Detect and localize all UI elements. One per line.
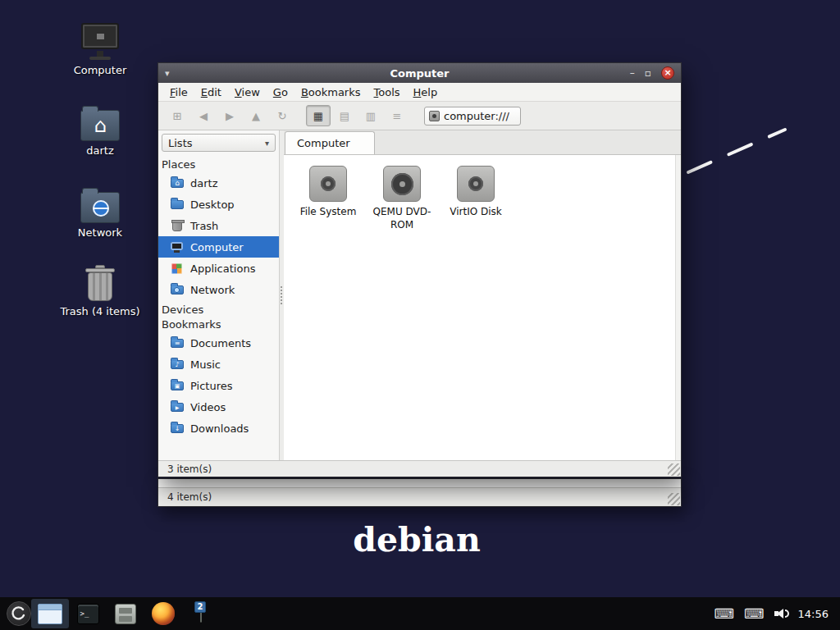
background-window-statusbar: 4 item(s) (158, 487, 681, 506)
folder-view: Computer File System QEMU DVD-ROM VirtIO… (284, 130, 681, 460)
sidebar-item-label: Trash (190, 220, 218, 232)
menu-file[interactable]: File (163, 84, 194, 100)
clock[interactable]: 14:56 (798, 608, 829, 620)
titlebar[interactable]: ▾ Computer – ▫ × (158, 63, 681, 83)
desktop-folder-icon (171, 198, 184, 211)
side-pane: Lists ▾ Places dartz Desktop Trash (158, 130, 280, 460)
path-text: computer:/// (444, 110, 509, 122)
sidebar-item-desktop[interactable]: Desktop (158, 194, 279, 215)
toolbar: ⊞ ◀ ▶ ▲ ↻ ▦ ▤ ▥ ≡ computer:/// (158, 102, 681, 130)
taskbar-firefox-launcher[interactable] (144, 599, 182, 628)
resize-grip[interactable] (668, 493, 680, 505)
debian-logo: debian (0, 520, 833, 559)
forward-icon[interactable]: ▶ (217, 105, 242, 126)
item-count: 3 item(s) (167, 463, 212, 475)
window-menu-icon[interactable]: ▾ (165, 68, 170, 79)
sidebar-item-dartz[interactable]: dartz (158, 172, 279, 194)
tab-computer[interactable]: Computer (285, 131, 375, 154)
menu-help[interactable]: Help (407, 84, 445, 100)
file-manager-icon (115, 604, 136, 624)
file-item-label: File System (300, 206, 357, 219)
file-item-file-system[interactable]: File System (292, 166, 364, 219)
keyboard-layout-tray-icon[interactable]: ⌨ (744, 607, 765, 621)
reload-icon[interactable]: ↻ (270, 105, 294, 126)
menu-go[interactable]: Go (267, 84, 294, 100)
sidebar-item-label: Computer (190, 241, 244, 253)
desktop-icon-label: dartz (55, 145, 145, 158)
firefox-icon (152, 602, 175, 625)
file-manager-window: ▾ Computer – ▫ × File Edit View Go Bookm… (158, 62, 682, 477)
desktop: Computer ⌂ dartz Network Trash (4 items)… (0, 0, 840, 630)
trash-icon (171, 219, 184, 232)
sidebar-item-label: Pictures (190, 380, 232, 392)
sidebar-item-music[interactable]: Music (158, 354, 279, 375)
menu-bookmarks[interactable]: Bookmarks (294, 84, 368, 100)
computer-icon (171, 240, 184, 253)
network-icon (171, 283, 184, 296)
window-content: Lists ▾ Places dartz Desktop Trash (158, 130, 681, 460)
icon-view-toggle[interactable]: ▦ (306, 105, 331, 126)
file-item-qemu-dvd-rom[interactable]: QEMU DVD-ROM (366, 166, 438, 231)
keyboard-tray-icon[interactable]: ⌨ (714, 607, 734, 621)
downloads-folder-icon (171, 422, 184, 435)
desktop-icon-computer[interactable]: Computer (55, 20, 145, 77)
chevron-down-icon: ▾ (265, 139, 269, 148)
thumbnail-view-toggle[interactable]: ▤ (332, 105, 357, 126)
desktop-icon-network[interactable]: Network (55, 182, 145, 240)
sidebar-item-videos[interactable]: Videos (158, 396, 279, 418)
sidebar-item-pictures[interactable]: Pictures (158, 375, 279, 396)
background-window[interactable]: 4 item(s) (158, 478, 682, 507)
documents-folder-icon (171, 336, 184, 349)
hard-drive-icon (457, 166, 495, 202)
trash-icon (85, 264, 115, 302)
sidebar-item-network[interactable]: Network (158, 279, 279, 300)
taskbar-window-computer[interactable] (31, 599, 69, 628)
music-folder-icon (171, 358, 184, 371)
compact-view-toggle[interactable]: ▥ (358, 105, 383, 126)
sidebar-item-documents[interactable]: Documents (158, 332, 279, 354)
desktop-icon-dartz[interactable]: ⌂ dartz (55, 100, 145, 158)
videos-folder-icon (171, 400, 184, 413)
sidebar-item-label: Desktop (190, 199, 235, 211)
taskbar-terminal-launcher[interactable] (69, 599, 107, 628)
side-pane-mode-value: Lists (168, 137, 193, 149)
sidebar-item-applications[interactable]: Applications (158, 258, 279, 279)
side-pane-mode-select[interactable]: Lists ▾ (162, 134, 276, 152)
app-menu-swirl-icon (10, 605, 28, 623)
desktop-icon-trash[interactable]: Trash (4 items) (55, 261, 145, 318)
window-count-badge: 2 (194, 601, 206, 613)
file-item-virtio-disk[interactable]: VirtIO Disk (440, 166, 512, 219)
volume-icon[interactable] (774, 607, 788, 620)
close-icon[interactable]: × (661, 66, 674, 80)
minimize-icon[interactable]: – (630, 68, 635, 78)
network-folder-icon (80, 192, 120, 223)
up-icon[interactable]: ▲ (244, 105, 268, 126)
menu-edit[interactable]: Edit (194, 84, 228, 100)
tab-bar: Computer (284, 130, 681, 155)
vertical-scrollbar[interactable] (675, 155, 681, 460)
new-tab-icon[interactable]: ⊞ (165, 105, 189, 126)
menu-view[interactable]: View (228, 84, 267, 100)
detailed-view-toggle[interactable]: ≡ (385, 105, 409, 126)
path-bar[interactable]: computer:/// (424, 107, 521, 126)
maximize-icon[interactable]: ▫ (645, 68, 651, 78)
sidebar-item-label: Music (190, 358, 221, 371)
file-icon-view[interactable]: File System QEMU DVD-ROM VirtIO Disk (284, 155, 681, 460)
sidebar-item-downloads[interactable]: Downloads (158, 418, 279, 439)
resize-grip[interactable] (668, 463, 680, 476)
menu-tools[interactable]: Tools (368, 84, 407, 100)
application-menu-button[interactable] (7, 601, 31, 626)
home-folder-icon: ⌂ (80, 110, 120, 141)
background-item-count: 4 item(s) (167, 491, 212, 503)
file-item-label: VirtIO Disk (450, 206, 502, 219)
taskbar-file-manager-launcher[interactable] (107, 599, 144, 628)
taskbar-file-manager-group[interactable]: 2 (182, 599, 220, 628)
sidebar-item-computer[interactable]: Computer (158, 236, 279, 258)
back-icon[interactable]: ◀ (191, 105, 216, 126)
desktop-icon-label: Network (55, 227, 145, 240)
window-title: Computer (158, 67, 681, 80)
sidebar-item-trash[interactable]: Trash (158, 215, 279, 236)
computer-icon (80, 21, 121, 61)
statusbar: 3 item(s) (158, 460, 681, 477)
sidebar-item-label: Network (190, 284, 235, 296)
